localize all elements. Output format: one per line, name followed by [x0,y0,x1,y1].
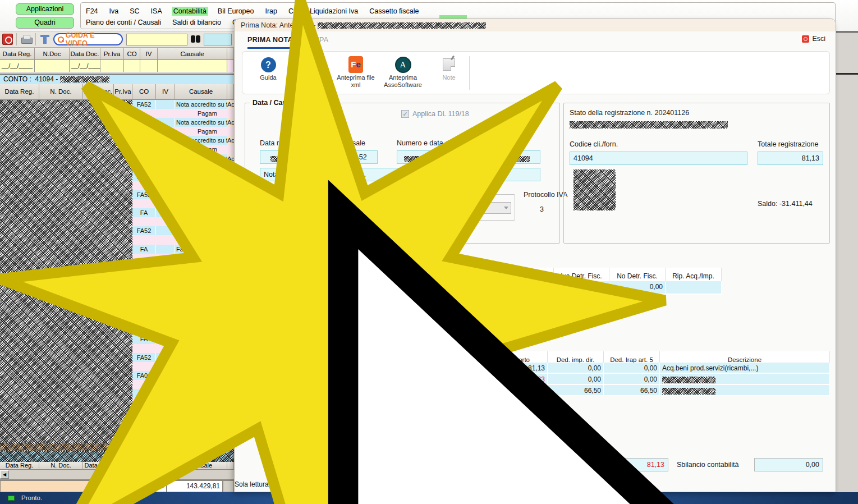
arrow-pointer-icon [343,214,687,504]
mouse-cursor [0,0,858,504]
screen: Applicazioni Quadri F24IvaSCISAContabili… [0,0,858,504]
